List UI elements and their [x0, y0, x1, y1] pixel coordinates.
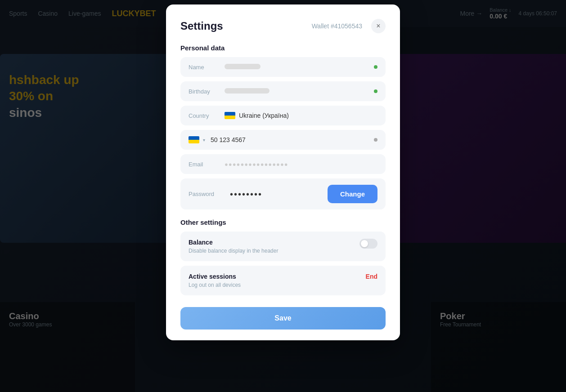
phone-number: 50 123 4567	[211, 136, 370, 143]
balance-setting-name: Balance	[189, 239, 278, 246]
password-label: Password	[189, 191, 225, 197]
balance-setting-desc: Disable balance display in the header	[189, 248, 278, 254]
phone-dot	[374, 138, 377, 142]
phone-field: ▾ 50 123 4567	[180, 130, 386, 150]
modal-header: Settings Wallet #41056543 ×	[180, 19, 386, 33]
end-sessions-button[interactable]: End	[366, 273, 377, 280]
name-masked	[225, 64, 261, 69]
name-dot	[374, 65, 377, 69]
active-sessions-card: Active sessions Log out on all devices E…	[180, 266, 386, 295]
password-row: Password •••••••• Change	[180, 178, 386, 209]
active-sessions-info: Active sessions Log out on all devices	[189, 273, 241, 288]
balance-toggle[interactable]	[359, 239, 377, 249]
email-label: Email	[189, 161, 225, 168]
email-field: Email ●●●●●●●●●●●●●●●●	[180, 154, 386, 174]
active-sessions-desc: Log out on all devices	[189, 282, 241, 288]
name-label: Name	[189, 64, 225, 71]
phone-dropdown-icon[interactable]: ▾	[203, 138, 205, 143]
other-settings-title: Other settings	[180, 218, 386, 226]
close-button[interactable]: ×	[371, 19, 386, 33]
birthday-label: Birthday	[189, 88, 225, 95]
birthday-dot	[374, 89, 377, 93]
modal-wallet: Wallet #41056543	[312, 22, 362, 30]
birthday-masked	[225, 88, 270, 94]
change-password-button[interactable]: Change	[328, 185, 377, 203]
balance-setting-card: Balance Disable balance display in the h…	[180, 232, 386, 261]
birthday-value	[225, 88, 374, 95]
toggle-thumb	[361, 240, 368, 247]
email-masked: ●●●●●●●●●●●●●●●●	[225, 161, 288, 168]
save-button[interactable]: Save	[180, 307, 386, 330]
country-label: Country	[189, 112, 225, 119]
email-value: ●●●●●●●●●●●●●●●●	[225, 160, 377, 168]
header-wallet-close: Wallet #41056543 ×	[312, 19, 386, 33]
birthday-field: Birthday	[180, 81, 386, 101]
name-value	[225, 63, 374, 71]
phone-flag-icon	[189, 136, 199, 143]
country-field: Country Ukraine (Україна)	[180, 106, 386, 125]
country-value: Ukraine (Україна)	[239, 112, 377, 119]
modal-overlay: Settings Wallet #41056543 × Personal dat…	[0, 0, 566, 392]
name-field: Name	[180, 57, 386, 77]
balance-setting-info: Balance Disable balance display in the h…	[189, 239, 278, 254]
ukraine-flag-icon	[225, 112, 235, 119]
personal-data-title: Personal data	[180, 44, 386, 52]
password-section: Password ••••••••	[189, 190, 322, 199]
settings-modal: Settings Wallet #41056543 × Personal dat…	[166, 4, 400, 340]
modal-title: Settings	[180, 20, 223, 32]
password-value: ••••••••	[230, 190, 262, 199]
active-sessions-name: Active sessions	[189, 273, 241, 280]
